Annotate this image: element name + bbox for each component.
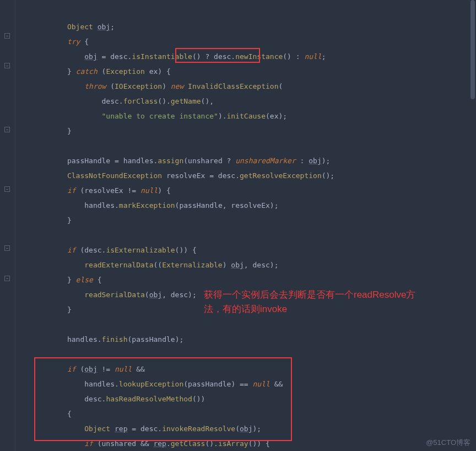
token-op — [183, 82, 188, 90]
fold-toggle-icon[interactable] — [4, 63, 10, 68]
code-line: Object rep = desc.invokeReadResolve(obj)… — [15, 421, 476, 436]
token-mth: isExternalizable — [106, 246, 175, 254]
fold-toggle-icon[interactable] — [4, 127, 10, 132]
token-pun: ) — [223, 261, 231, 269]
token-op: passHandle — [132, 335, 175, 343]
token-mth: hasReadResolveMethod — [106, 395, 192, 403]
token-typ: InvalidClassException — [188, 82, 278, 90]
token-op: (desc. — [76, 246, 106, 254]
token-pun: ()) — [192, 395, 205, 403]
fold-toggle-icon[interactable] — [4, 33, 10, 39]
code-line — [15, 228, 476, 243]
fold-toggle-icon[interactable] — [4, 186, 10, 192]
token-pun: ); — [253, 425, 262, 433]
token-op: resolveEx = desc. — [162, 171, 240, 180]
token-op: unshared ? — [188, 157, 235, 165]
token-op: (unshared && — [93, 439, 154, 448]
code-area[interactable]: Object obj; try { obj = desc.isInstantia… — [15, 0, 476, 451]
token-op: ex — [270, 112, 279, 120]
token-pun: ); — [270, 261, 279, 269]
token-typ: Externalizable — [162, 261, 223, 269]
token-op: passHandle, resolveEx — [179, 201, 269, 210]
token-pun: ). — [218, 112, 227, 120]
token-kw: else — [76, 276, 93, 284]
token-pun: ( — [278, 82, 283, 90]
token-kw: unsharedMarker — [235, 157, 296, 165]
token-op: , desc — [162, 291, 188, 299]
token-pun: ); — [270, 201, 279, 210]
token-op: desc. — [102, 97, 123, 105]
token-mth: lookupException — [119, 380, 183, 388]
token-op: == — [235, 380, 252, 388]
code-line: readExternalData((Externalizable) obj, d… — [15, 257, 476, 272]
code-line: handles.finish(passHandle); — [15, 332, 476, 347]
editor-gutter — [0, 0, 15, 451]
token-pun: } — [67, 305, 72, 314]
code-line: try { — [15, 34, 476, 49]
token-op: && — [132, 365, 144, 373]
token-kw: catch — [76, 67, 98, 76]
token-var: obj — [240, 425, 252, 433]
code-line — [15, 347, 476, 362]
code-line: } else { — [15, 272, 476, 287]
token-pun: ; — [322, 52, 326, 61]
token-mth: isInstantiable — [132, 52, 192, 61]
token-pun: { — [98, 276, 102, 284]
token-mth: assign — [158, 157, 183, 165]
token-kw: try — [67, 37, 80, 46]
token-typ: IOException — [115, 82, 162, 90]
token-pun: ( — [266, 112, 270, 120]
token-op: ) — [158, 186, 166, 195]
token-kw: if — [67, 246, 76, 254]
token-pun: ); — [175, 335, 184, 343]
token-var: rep — [115, 425, 127, 433]
code-line: if (desc.isExternalizable()) { — [15, 243, 476, 257]
token-op: ) — [162, 82, 171, 90]
token-pun: (); — [322, 171, 334, 180]
code-line: } — [15, 124, 476, 138]
watermark: @51CTO博客 — [426, 438, 470, 448]
code-line: passHandle = handles.assign(unshared ? u… — [15, 153, 476, 168]
token-mth: getName — [171, 97, 201, 105]
code-line: if (unshared && rep.getClass().isArray()… — [15, 436, 476, 451]
token-pun: ); — [322, 157, 331, 165]
token-mth: getResolveException — [240, 171, 322, 180]
token-op — [72, 67, 76, 76]
token-op — [110, 425, 115, 433]
fold-toggle-icon[interactable] — [4, 245, 10, 251]
token-mth: forClass — [123, 97, 158, 105]
token-pun: { — [84, 37, 89, 46]
token-var: obj — [84, 365, 97, 373]
token-var: obj — [309, 157, 321, 165]
token-mth: markException — [119, 201, 175, 210]
token-mth: getClass — [171, 439, 205, 448]
token-pun: ()) { — [248, 439, 270, 448]
token-kw: null — [140, 186, 158, 195]
token-op: (resolveEx != — [76, 186, 140, 195]
code-line: throw (IOException) new InvalidClassExce… — [15, 79, 476, 94]
token-pun: (). — [158, 97, 170, 105]
token-op: handles. — [67, 335, 102, 343]
code-line: } — [15, 213, 476, 228]
token-mth: initCause — [227, 112, 266, 120]
fold-toggle-icon[interactable] — [4, 276, 10, 281]
scrollbar-thumb[interactable] — [470, 0, 475, 99]
token-op — [93, 276, 98, 284]
token-var: obj — [149, 291, 162, 299]
token-op: desc. — [214, 52, 235, 61]
token-op: = desc. — [128, 425, 163, 433]
token-op: ( — [76, 365, 85, 373]
code-line — [15, 4, 476, 19]
code-line: readSerialData(obj, desc); — [15, 287, 476, 302]
token-kw: if — [67, 365, 76, 373]
token-typ: Object — [67, 23, 93, 31]
code-line: if (resolveEx != null) { — [15, 183, 476, 198]
code-line: desc.forClass().getName(), — [15, 94, 476, 109]
token-pun: { — [166, 67, 171, 76]
token-mth: readExternalData — [84, 261, 153, 269]
token-op: handles. — [84, 380, 119, 388]
token-mth: readSerialData — [84, 291, 145, 299]
token-str: "unable to create instance" — [102, 112, 218, 120]
token-op: , desc — [244, 261, 270, 269]
token-var: rep — [153, 439, 166, 448]
